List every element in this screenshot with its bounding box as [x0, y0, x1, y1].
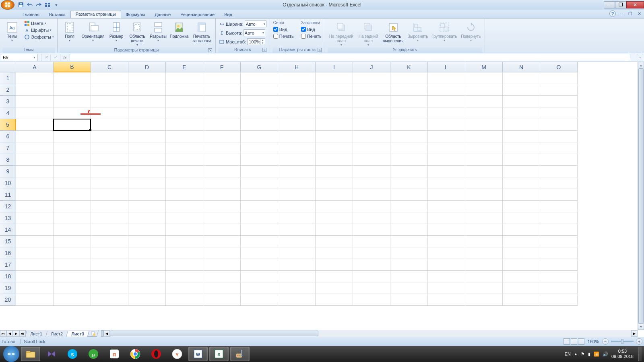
cell[interactable]: [540, 96, 578, 107]
cell[interactable]: [503, 236, 540, 247]
cell[interactable]: [390, 212, 428, 224]
vscroll-thumb[interactable]: [638, 68, 644, 323]
cell[interactable]: [465, 177, 503, 189]
cell[interactable]: [166, 154, 203, 166]
column-header-G[interactable]: G: [241, 62, 278, 72]
cell[interactable]: [316, 119, 353, 131]
cell[interactable]: [128, 72, 166, 84]
cell[interactable]: [91, 294, 128, 306]
taskbar-paint-icon[interactable]: [230, 347, 250, 361]
cell[interactable]: [91, 224, 128, 236]
cell[interactable]: [241, 72, 278, 84]
cell[interactable]: [16, 224, 54, 236]
cell[interactable]: [241, 131, 278, 142]
cell[interactable]: [503, 142, 540, 154]
cell[interactable]: [465, 212, 503, 224]
cell[interactable]: [128, 119, 166, 131]
background-button[interactable]: Подложка: [169, 20, 189, 39]
cell[interactable]: [390, 119, 428, 131]
cell[interactable]: [16, 142, 54, 154]
width-combo[interactable]: Авто▾: [245, 21, 266, 27]
cell[interactable]: [353, 201, 390, 212]
cell[interactable]: [16, 236, 54, 247]
cell[interactable]: [128, 154, 166, 166]
sheet-tab-Лист2[interactable]: Лист2: [45, 331, 68, 337]
cell[interactable]: [203, 236, 241, 247]
cell[interactable]: [465, 259, 503, 271]
cell[interactable]: [91, 282, 128, 294]
cell[interactable]: [128, 224, 166, 236]
cell[interactable]: [278, 84, 316, 96]
cell[interactable]: [54, 72, 91, 84]
cell[interactable]: [428, 84, 465, 96]
cell[interactable]: [428, 142, 465, 154]
view-normal-icon[interactable]: [564, 338, 570, 345]
cell[interactable]: [390, 201, 428, 212]
cell[interactable]: [128, 294, 166, 306]
cell[interactable]: [503, 189, 540, 201]
cell[interactable]: [540, 224, 578, 236]
cell[interactable]: [465, 84, 503, 96]
row-header-19[interactable]: 19: [0, 282, 16, 294]
cell[interactable]: [465, 271, 503, 282]
cell[interactable]: [91, 72, 128, 84]
scroll-left-icon[interactable]: ◀: [103, 330, 110, 337]
cell[interactable]: [316, 247, 353, 259]
size-button[interactable]: Размер▼: [107, 20, 126, 43]
taskbar-excel-icon[interactable]: X: [209, 347, 229, 361]
cell[interactable]: [540, 247, 578, 259]
gridlines-print-checkbox[interactable]: Печать: [272, 33, 295, 39]
cell[interactable]: [278, 96, 316, 107]
cell[interactable]: [241, 201, 278, 212]
cell[interactable]: [128, 189, 166, 201]
cell[interactable]: [465, 247, 503, 259]
cell[interactable]: [353, 259, 390, 271]
breaks-button[interactable]: Разрывы▼: [149, 20, 168, 43]
cell[interactable]: [540, 131, 578, 142]
cell[interactable]: [316, 201, 353, 212]
cell[interactable]: [203, 142, 241, 154]
cell[interactable]: [540, 119, 578, 131]
minimize-button[interactable]: ─: [604, 1, 615, 8]
themes-button[interactable]: Aa Темы ▼: [2, 20, 22, 43]
cell[interactable]: [54, 201, 91, 212]
cell[interactable]: [353, 131, 390, 142]
row-header-8[interactable]: 8: [0, 154, 16, 166]
taskbar-skype-icon[interactable]: S: [63, 347, 82, 361]
row-header-5[interactable]: 5: [0, 119, 16, 131]
cell[interactable]: [91, 119, 128, 131]
cell[interactable]: [16, 212, 54, 224]
cell[interactable]: [278, 224, 316, 236]
column-header-A[interactable]: A: [16, 62, 54, 72]
cell[interactable]: [16, 84, 54, 96]
cell[interactable]: [428, 96, 465, 107]
cell[interactable]: [241, 236, 278, 247]
cell[interactable]: [428, 236, 465, 247]
cell[interactable]: [128, 282, 166, 294]
row-header-7[interactable]: 7: [0, 142, 16, 154]
headings-view-checkbox[interactable]: Вид: [300, 27, 322, 32]
cell[interactable]: [203, 177, 241, 189]
cell[interactable]: [166, 201, 203, 212]
cell[interactable]: [316, 166, 353, 177]
sheet-nav-next-icon[interactable]: ▶: [13, 330, 19, 337]
cell[interactable]: [128, 84, 166, 96]
zoom-slider-knob[interactable]: [621, 339, 623, 344]
cell[interactable]: [428, 282, 465, 294]
tab-view[interactable]: Вид: [219, 11, 237, 18]
tray-show-hidden-icon[interactable]: ▲: [574, 352, 578, 356]
tab-data[interactable]: Данные: [150, 11, 175, 18]
cell[interactable]: [316, 212, 353, 224]
cell[interactable]: [465, 166, 503, 177]
qat-customize-icon[interactable]: ▾: [52, 1, 60, 8]
cell[interactable]: [316, 107, 353, 119]
cell[interactable]: [316, 154, 353, 166]
cell[interactable]: [540, 142, 578, 154]
colors-button[interactable]: Цвета ▾: [23, 20, 55, 27]
column-header-I[interactable]: I: [316, 62, 353, 72]
sheet-tab-Лист1[interactable]: Лист1: [25, 331, 47, 337]
taskbar-opera-icon[interactable]: [147, 347, 166, 361]
cell[interactable]: [353, 271, 390, 282]
cell[interactable]: [503, 224, 540, 236]
cell[interactable]: [465, 189, 503, 201]
